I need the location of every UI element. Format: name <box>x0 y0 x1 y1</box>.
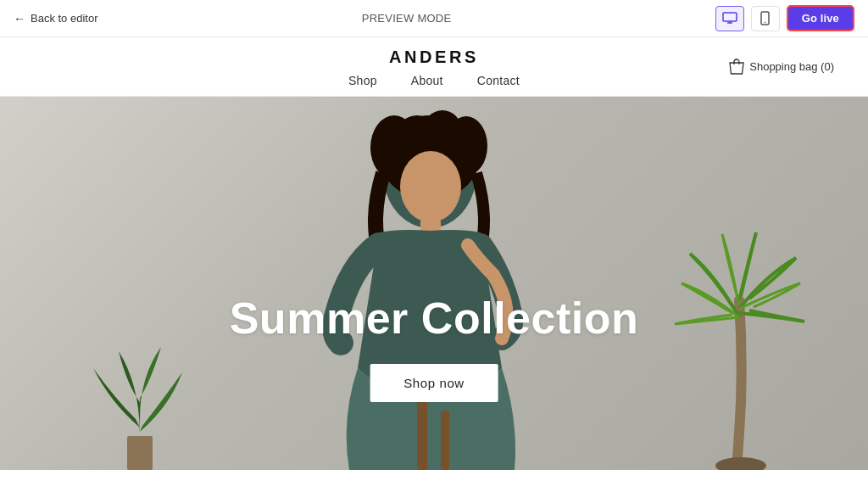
editor-bar: ← Back to editor PREVIEW MODE Go live <box>0 0 868 37</box>
svg-rect-15 <box>127 436 153 470</box>
svg-rect-13 <box>417 394 427 470</box>
go-live-button[interactable]: Go live <box>787 5 854 31</box>
nav-about[interactable]: About <box>411 74 443 87</box>
svg-rect-0 <box>723 13 737 21</box>
svg-point-11 <box>400 151 461 222</box>
svg-rect-14 <box>441 411 449 470</box>
shopping-bag[interactable]: Shopping bag (0) <box>729 59 834 75</box>
plant-left <box>85 300 186 470</box>
shop-now-button[interactable]: Shop now <box>370 364 498 402</box>
editor-bar-actions: Go live <box>715 5 854 31</box>
svg-point-4 <box>765 22 766 24</box>
preview-mode-label: PREVIEW MODE <box>362 12 452 25</box>
nav-shop[interactable]: Shop <box>348 74 377 87</box>
hero-content: Summer Collection Shop now <box>230 293 639 402</box>
site-nav: Shop About Contact <box>0 74 868 87</box>
shopping-bag-label: Shopping bag (0) <box>749 60 834 73</box>
hero-person <box>214 97 654 470</box>
back-to-editor-label: Back to editor <box>31 12 98 25</box>
nav-contact[interactable]: Contact <box>477 74 520 87</box>
mobile-device-button[interactable] <box>751 6 780 31</box>
bag-icon <box>729 59 744 75</box>
hero-section: Summer Collection Shop now <box>0 97 868 470</box>
back-to-editor-link[interactable]: ← Back to editor <box>14 12 98 25</box>
svg-point-10 <box>424 110 461 148</box>
person-svg <box>214 97 654 470</box>
back-arrow-icon: ← <box>14 12 25 25</box>
plant-right <box>665 198 817 470</box>
desktop-icon <box>722 12 737 25</box>
mobile-icon <box>760 11 770 25</box>
svg-point-16 <box>715 457 766 470</box>
hero-title: Summer Collection <box>230 293 639 344</box>
desktop-device-button[interactable] <box>715 6 744 31</box>
site-header: ANDERS Shop About Contact Shopping bag (… <box>0 37 868 97</box>
